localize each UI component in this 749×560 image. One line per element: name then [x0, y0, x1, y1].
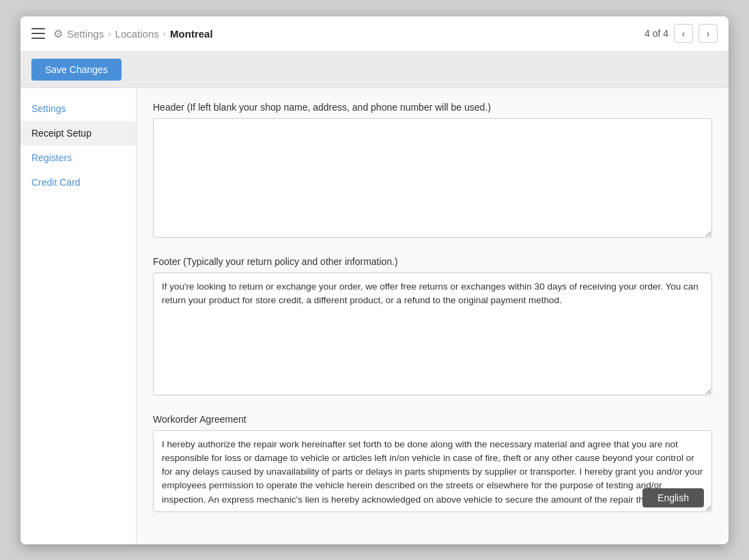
save-changes-button[interactable]: Save Changes: [31, 59, 122, 81]
sidebar-item-receipt-setup[interactable]: Receipt Setup: [20, 121, 136, 145]
hamburger-menu-icon[interactable]: [31, 28, 45, 39]
sidebar-item-registers[interactable]: Registers: [20, 145, 136, 170]
header-left: ⚙ Settings › Locations › Montreal: [31, 27, 213, 40]
sidebar-item-settings[interactable]: Settings: [20, 96, 136, 121]
header-textarea[interactable]: [153, 118, 712, 238]
workorder-textarea[interactable]: I hereby authorize the repair work herei…: [153, 430, 712, 512]
breadcrumb-current: Montreal: [170, 28, 213, 40]
app-window: ⚙ Settings › Locations › Montreal 4 of 4…: [20, 16, 729, 544]
content-wrapper: Header (If left blank your shop name, ad…: [153, 102, 712, 514]
header-field-group: Header (If left blank your shop name, ad…: [153, 102, 712, 240]
sidebar: Settings Receipt Setup Registers Credit …: [20, 88, 137, 544]
workorder-field-group: Workorder Agreement I hereby authorize t…: [153, 414, 712, 514]
header-right: 4 of 4 ‹ ›: [645, 24, 718, 43]
pagination-label: 4 of 4: [645, 28, 668, 39]
breadcrumb-settings-link[interactable]: Settings: [67, 28, 104, 40]
settings-icon: ⚙: [53, 27, 63, 40]
breadcrumb-locations-link[interactable]: Locations: [115, 28, 159, 40]
prev-arrow-button[interactable]: ‹: [674, 24, 693, 43]
language-badge[interactable]: English: [642, 488, 704, 507]
breadcrumb-separator-2: ›: [163, 29, 166, 39]
header-field-label: Header (If left blank your shop name, ad…: [153, 102, 712, 113]
footer-textarea[interactable]: If you're looking to return or exchange …: [153, 272, 712, 395]
toolbar: Save Changes: [20, 52, 729, 88]
main-layout: Settings Receipt Setup Registers Credit …: [20, 88, 729, 544]
header-bar: ⚙ Settings › Locations › Montreal 4 of 4…: [20, 16, 729, 52]
sidebar-item-credit-card[interactable]: Credit Card: [20, 170, 136, 195]
workorder-field-label: Workorder Agreement: [153, 414, 712, 425]
footer-field-group: Footer (Typically your return policy and…: [153, 256, 712, 397]
content-area: Header (If left blank your shop name, ad…: [137, 88, 729, 544]
breadcrumb-separator-1: ›: [108, 29, 111, 39]
footer-field-label: Footer (Typically your return policy and…: [153, 256, 712, 267]
next-arrow-button[interactable]: ›: [698, 24, 718, 43]
breadcrumb: ⚙ Settings › Locations › Montreal: [53, 27, 213, 40]
